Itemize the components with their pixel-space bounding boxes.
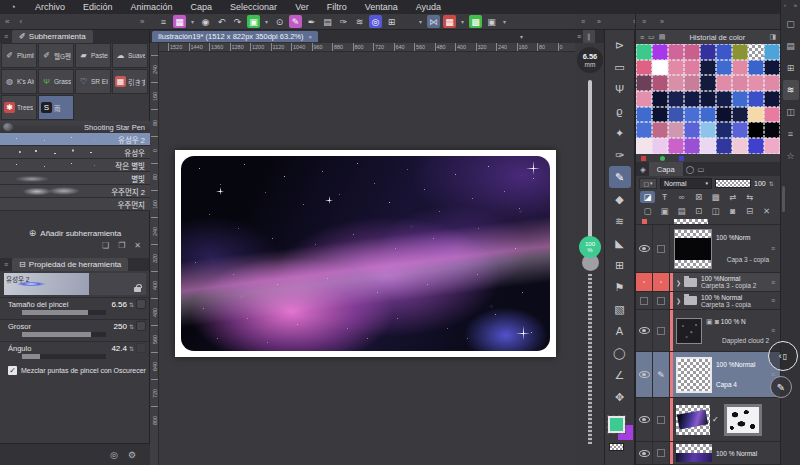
delete-layer-icon[interactable]: ✕	[759, 205, 774, 217]
color-swatch[interactable]	[716, 122, 732, 138]
color-swatch[interactable]	[700, 122, 716, 138]
color-swatch[interactable]	[748, 60, 764, 76]
brush-item[interactable]: 우주먼지 2	[0, 185, 150, 198]
color-swatch[interactable]	[748, 107, 764, 123]
color-swatch[interactable]	[764, 91, 780, 107]
paper-layer-icon[interactable]: ◫	[708, 205, 723, 217]
checkbox-checked-icon[interactable]: ✓	[8, 366, 17, 375]
document-tab[interactable]: Ilustración19* (1512 x 822px 350dpi 63.2…	[152, 31, 318, 42]
scroll-right-icon[interactable]: ›	[784, 2, 786, 8]
foreground-color-swatch[interactable]	[608, 416, 625, 433]
angle-slider[interactable]: Ángulo 42.4 ⇅	[0, 341, 150, 361]
pen-settings-icon[interactable]: ✎	[289, 15, 302, 28]
color-swatch[interactable]	[668, 75, 684, 91]
frame-tool[interactable]: ⊞	[609, 254, 631, 276]
color-swatch[interactable]	[636, 60, 652, 76]
tool-property-tab[interactable]: ⊟ Propiedad de herramienta	[12, 258, 128, 271]
close-tab-icon[interactable]: ×	[309, 34, 313, 40]
color-swatch[interactable]	[636, 44, 652, 60]
commandbar-menu-icon[interactable]: ≡	[157, 15, 170, 28]
subtool-tab-gpen[interactable]: ✐ 웹G펜	[38, 43, 74, 68]
panel-menu-icon[interactable]: ≡	[642, 18, 646, 25]
subtool-tab-ks-air[interactable]: ◍ K's Air	[1, 69, 37, 94]
color-swatch[interactable]	[764, 44, 780, 60]
color-swatch[interactable]	[668, 44, 684, 60]
color-swatch[interactable]	[764, 138, 780, 154]
color-swatch[interactable]	[716, 138, 732, 154]
color-swatch[interactable]	[684, 107, 700, 123]
eye-icon[interactable]	[639, 371, 650, 378]
merge-down-icon[interactable]: ⊟	[742, 205, 757, 217]
expand-arrow-icon[interactable]: ❯	[676, 297, 681, 304]
brush-tool[interactable]: ✎	[609, 166, 631, 188]
checkbox[interactable]	[657, 416, 665, 424]
color-swatch[interactable]	[764, 60, 780, 76]
color-swatch[interactable]	[732, 75, 748, 91]
save-dropdown[interactable]: ▾	[501, 15, 508, 28]
wrench-icon[interactable]: ⚙	[128, 450, 136, 460]
tool-preset-dropdown[interactable]: ▾	[189, 15, 196, 28]
subtool-tab-grass[interactable]: Ψ Grass	[38, 69, 74, 94]
color-swatch[interactable]	[748, 91, 764, 107]
layer-row-partial-top[interactable]	[636, 218, 781, 225]
swap-palette-icon[interactable]: ▭	[648, 33, 655, 41]
color-swatch[interactable]	[684, 75, 700, 91]
texture-green-icon[interactable]: ▩	[469, 15, 482, 28]
checkbox[interactable]	[657, 245, 665, 253]
menu-filtro[interactable]: Filtro	[318, 2, 356, 12]
text-tool[interactable]: A	[609, 320, 631, 342]
color-swatch[interactable]	[636, 138, 652, 154]
lock-transparency-icon[interactable]: ▩	[708, 191, 723, 203]
color-swatch[interactable]	[764, 122, 780, 138]
brush-item[interactable]: 유성우	[0, 146, 150, 159]
color-swatch[interactable]	[700, 75, 716, 91]
panel-menu-icon[interactable]: ≡	[0, 261, 12, 268]
slider-option-button[interactable]	[136, 321, 146, 331]
subtool-panel-tab[interactable]: ✐ Subherramienta	[12, 30, 93, 43]
transparent-color-swatch[interactable]	[609, 443, 624, 451]
brush-item[interactable]: 우주먼지	[0, 198, 150, 211]
panel-menu-icon[interactable]: ≡	[0, 33, 12, 40]
ruler-tool[interactable]: ⚑	[609, 276, 631, 298]
color-swatch[interactable]	[748, 75, 764, 91]
blend-tool[interactable]: ≋	[609, 210, 631, 232]
color-swatch[interactable]	[716, 107, 732, 123]
brush-size-slider[interactable]: Tamaño del pincel 6.56 ⇅	[0, 297, 150, 317]
brush-item[interactable]: 유성우 2	[0, 133, 150, 146]
checkbox[interactable]	[657, 449, 665, 457]
subtool-tab-rain[interactable]: S 雨	[38, 95, 74, 120]
delete-subtool-icon[interactable]: ✕	[134, 241, 141, 250]
color-wheel-panel-icon[interactable]: ▢	[783, 14, 799, 34]
save-icon[interactable]: ▣	[485, 15, 498, 28]
layer-row-galaxy-mask[interactable]: ✓	[636, 398, 781, 442]
color-swatch[interactable]	[700, 107, 716, 123]
intermediate-color-panel-icon[interactable]: ◫	[783, 102, 799, 122]
color-swatch[interactable]	[732, 107, 748, 123]
marquee-tool[interactable]: ▭	[609, 56, 631, 78]
layer-info-tab-icon[interactable]: ▭	[697, 165, 704, 174]
eye-icon[interactable]	[639, 245, 650, 252]
layer-stack-icon[interactable]: ≋	[353, 15, 366, 28]
tool-preset-icon[interactable]: ▦	[173, 15, 186, 28]
eye-icon[interactable]	[639, 327, 650, 334]
galaxy-artwork[interactable]	[181, 156, 550, 351]
size-slider-track[interactable]	[588, 80, 592, 240]
color-swatch[interactable]	[684, 44, 700, 60]
line-tool[interactable]: ∠	[609, 364, 631, 386]
color-swatch[interactable]	[700, 44, 716, 60]
menu-archivo[interactable]: Archivo	[26, 2, 74, 12]
menu-ventana[interactable]: Ventana	[356, 2, 407, 12]
snap-circle-icon[interactable]: ◎	[369, 15, 382, 28]
color-swatch[interactable]	[716, 44, 732, 60]
red-layer-cell[interactable]: ▫	[636, 273, 653, 291]
blend-mode-dropdown[interactable]: Normal ▾	[660, 178, 712, 189]
layer-thumbnail[interactable]	[676, 357, 712, 393]
new-layer-settings-icon[interactable]: ▣	[657, 205, 672, 217]
color-slider-panel-icon[interactable]: ▤	[783, 36, 799, 56]
eraser-tool[interactable]: ◆	[609, 188, 631, 210]
marquee-icon[interactable]	[401, 15, 414, 28]
canvas-page[interactable]	[175, 150, 556, 357]
quick-pen-button[interactable]: ✎	[770, 376, 792, 398]
size-slider-lower-track[interactable]	[588, 274, 592, 444]
undo-icon[interactable]: ↶	[215, 15, 228, 28]
